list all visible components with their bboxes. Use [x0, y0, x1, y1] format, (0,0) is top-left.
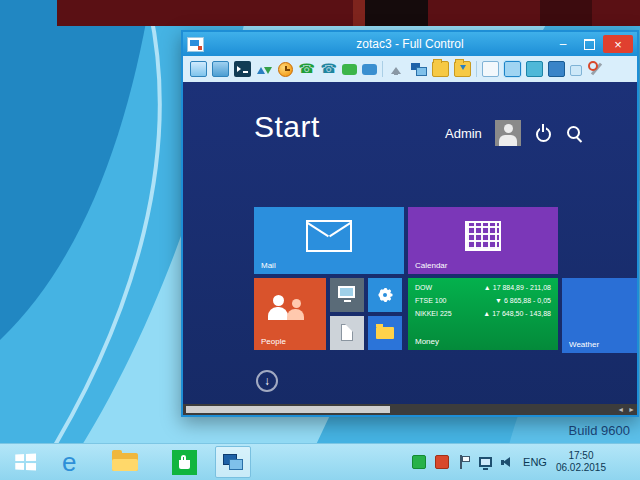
scrollbar-thumb[interactable]	[186, 406, 390, 413]
horizontal-scrollbar[interactable]: ◄ ►	[183, 404, 637, 415]
radmin-window: zotac3 - Full Control – × ☎ ☎	[181, 30, 639, 417]
windowed-view-icon[interactable]	[570, 65, 582, 76]
ie-icon: e	[62, 449, 76, 475]
tile-label: Weather	[569, 340, 599, 349]
radmin-server-tray-icon[interactable]	[412, 455, 426, 469]
people-icon	[273, 295, 284, 306]
folder-icon	[376, 327, 394, 339]
stock-name: NIKKEI 225	[415, 310, 452, 318]
tile-explorer-small[interactable]	[368, 316, 402, 350]
wallpaper-stripe	[540, 0, 592, 26]
send-message-icon[interactable]	[362, 64, 377, 75]
normal-view-icon[interactable]	[504, 61, 521, 77]
user-name[interactable]: Admin	[445, 126, 482, 141]
tile-settings-small[interactable]	[368, 278, 402, 312]
tile-label: Mail	[261, 261, 276, 270]
stock-name: DOW	[415, 284, 432, 292]
stock-name: FTSE 100	[415, 297, 447, 305]
radmin-icon	[223, 454, 243, 470]
taskbar: e ENG 17:50 06.02.2015	[0, 443, 640, 480]
stock-row: FTSE 100 ▼ 6 865,88 - 0,05	[415, 297, 551, 305]
start-heading: Start	[254, 110, 320, 144]
stock-value: ▼ 6 865,88 - 0,05	[495, 297, 551, 305]
small-tile-group	[330, 278, 402, 350]
wallpaper-stripe	[365, 0, 428, 26]
maximize-button[interactable]	[577, 35, 601, 53]
toolbar-separator	[382, 61, 383, 77]
view-only-icon[interactable]	[212, 61, 229, 77]
maximize-icon	[584, 39, 595, 50]
system-tray: ENG 17:50 06.02.2015	[412, 450, 640, 474]
store-icon	[172, 450, 197, 475]
wallpaper-stripe	[592, 0, 640, 26]
stock-row: DOW ▲ 17 884,89 - 211,08	[415, 284, 551, 292]
shutdown-icon[interactable]	[278, 62, 293, 77]
gear-icon	[377, 287, 393, 303]
apps-view-button[interactable]: ↓	[256, 370, 278, 392]
tile-weather[interactable]: Weather	[562, 278, 637, 353]
store-button[interactable]	[172, 450, 197, 475]
tile-label: Money	[415, 337, 439, 346]
wallpaper-stripe	[428, 0, 540, 26]
down-arrow-icon: ↓	[264, 374, 270, 388]
power-button[interactable]	[534, 124, 552, 142]
multi-screen-icon[interactable]	[410, 61, 427, 77]
windows-logo-icon	[15, 453, 36, 470]
user-area: Admin	[445, 120, 583, 146]
color-depth-icon[interactable]	[548, 61, 565, 77]
settings-wrench-icon[interactable]	[587, 61, 604, 77]
tile-desktop-small[interactable]	[330, 278, 364, 312]
voice-chat-icon[interactable]: ☎	[298, 61, 315, 77]
wallpaper-stripe	[353, 0, 365, 26]
upload-icon[interactable]	[388, 61, 405, 77]
folder-send-icon[interactable]	[432, 61, 449, 77]
stock-row: NIKKEI 225 ▲ 17 648,50 - 143,88	[415, 310, 551, 318]
build-watermark: Build 9600	[569, 423, 630, 438]
file-explorer-button[interactable]	[112, 453, 138, 471]
document-icon	[341, 324, 353, 341]
action-center-flag-icon[interactable]	[458, 455, 470, 469]
tile-people[interactable]: People	[254, 278, 326, 350]
close-button[interactable]: ×	[603, 35, 633, 53]
callback-icon[interactable]: ☎	[320, 61, 337, 77]
folder-receive-icon[interactable]	[454, 61, 471, 77]
calendar-icon	[465, 221, 501, 251]
wallpaper-stripe	[57, 0, 353, 26]
file-transfer-icon[interactable]	[256, 61, 273, 77]
tile-mail[interactable]: Mail	[254, 207, 404, 274]
folder-icon	[112, 453, 138, 471]
stock-list: DOW ▲ 17 884,89 - 211,08 FTSE 100 ▼ 6 86…	[415, 284, 551, 318]
start-button[interactable]	[10, 447, 40, 477]
internet-explorer-button[interactable]: e	[62, 449, 76, 475]
stretch-view-icon[interactable]	[526, 61, 543, 77]
monitor-icon	[338, 286, 355, 298]
tile-money[interactable]: DOW ▲ 17 884,89 - 211,08 FTSE 100 ▼ 6 86…	[408, 278, 558, 350]
radmin-app-icon	[187, 37, 204, 52]
mail-icon	[306, 220, 352, 252]
phone-glyph: ☎	[298, 62, 314, 76]
language-indicator[interactable]: ENG	[523, 456, 547, 468]
stock-value: ▲ 17 648,50 - 143,88	[483, 310, 551, 318]
tile-documents-small[interactable]	[330, 316, 364, 350]
telnet-icon[interactable]	[234, 61, 251, 77]
toolbar-separator	[476, 61, 477, 77]
window-titlebar[interactable]: zotac3 - Full Control – ×	[183, 32, 637, 56]
network-icon[interactable]	[479, 457, 492, 467]
full-control-icon[interactable]	[190, 61, 207, 77]
fullscreen-view-icon[interactable]	[482, 61, 499, 77]
minimize-button[interactable]: –	[551, 35, 575, 53]
scroll-right-icon[interactable]: ►	[628, 406, 635, 413]
user-avatar[interactable]	[495, 120, 521, 146]
phone-glyph: ☎	[320, 62, 336, 76]
tile-label: Calendar	[415, 261, 447, 270]
scroll-left-icon[interactable]: ◄	[617, 406, 624, 413]
stock-value: ▲ 17 884,89 - 211,08	[484, 284, 551, 292]
tile-calendar[interactable]: Calendar	[408, 207, 558, 274]
taskbar-clock[interactable]: 17:50 06.02.2015	[556, 450, 606, 474]
radmin-taskbar-button[interactable]	[215, 446, 251, 478]
text-chat-icon[interactable]	[342, 64, 357, 75]
security-tray-icon[interactable]	[435, 455, 449, 469]
search-button[interactable]	[565, 124, 583, 142]
desktop: Build 9600 zotac3 - Full Control – × ☎ ☎	[0, 0, 640, 480]
volume-icon[interactable]	[501, 456, 514, 469]
